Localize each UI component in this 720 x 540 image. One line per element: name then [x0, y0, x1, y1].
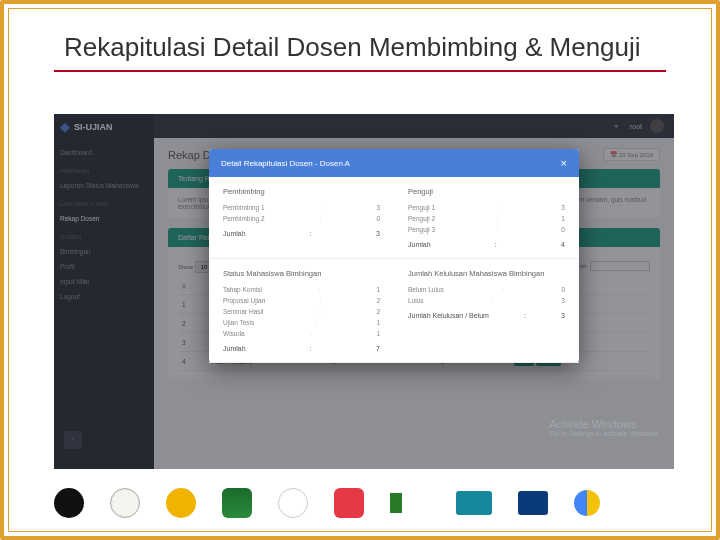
- stat-line: Penguji 2:1: [408, 213, 565, 224]
- status-total-label: Jumlah: [223, 345, 246, 352]
- stat-line: Penguji 1:3: [408, 202, 565, 213]
- status-total: 7: [376, 345, 380, 352]
- stat-line: Seminar Hasil:2: [223, 306, 380, 317]
- partner-logo: [334, 488, 364, 518]
- logo-strip: [54, 484, 666, 522]
- partner-logo: [574, 490, 600, 516]
- penguji-section: Penguji Penguji 1:3Penguji 2:1Penguji 3:…: [394, 177, 579, 258]
- pembimbing-section: Pembimbing Pembimbing 1:3Pembimbing 2:0 …: [209, 177, 394, 258]
- pembimbing-total-label: Jumlah: [223, 230, 246, 237]
- partner-logo: [54, 488, 84, 518]
- stat-line: Wisuda:1: [223, 328, 380, 339]
- lulus-total: 3: [561, 312, 565, 319]
- stat-line: Ujian Tesis:1: [223, 317, 380, 328]
- pembimbing-title: Pembimbing: [223, 187, 380, 196]
- penguji-total-label: Jumlah: [408, 241, 431, 248]
- lulus-total-label: Jumlah Kelulusan / Belum: [408, 312, 489, 319]
- close-icon[interactable]: ×: [561, 157, 567, 169]
- partner-logo: [456, 491, 492, 515]
- pembimbing-total: 3: [376, 230, 380, 237]
- penguji-title: Penguji: [408, 187, 565, 196]
- modal-header: Detail Rekapitulasi Dosen - Dosen A ×: [209, 149, 579, 177]
- modal-title: Detail Rekapitulasi Dosen - Dosen A: [221, 159, 350, 168]
- partner-logo: [222, 488, 252, 518]
- slide-title: Rekapitulasi Detail Dosen Membimbing & M…: [64, 32, 641, 63]
- status-title: Status Mahasiswa Bimbingan: [223, 269, 380, 278]
- stat-line: Pembimbing 2:0: [223, 213, 380, 224]
- partner-logo: [278, 488, 308, 518]
- lulus-title: Jumlah Kelulusan Mahasiswa Bimbingan: [408, 269, 565, 278]
- stat-line: Lulus:3: [408, 295, 565, 306]
- title-underline: [54, 70, 666, 72]
- partner-logo: [390, 493, 430, 513]
- stat-line: Belum Lulus:0: [408, 284, 565, 295]
- detail-modal: Detail Rekapitulasi Dosen - Dosen A × Pe…: [209, 149, 579, 363]
- status-section: Status Mahasiswa Bimbingan Tahap Komisi:…: [209, 259, 394, 362]
- partner-logo: [166, 488, 196, 518]
- stat-line: Tahap Komisi:1: [223, 284, 380, 295]
- app-window: SI-UJIAN Dashboard PIMPINAN Laporan Stat…: [54, 114, 674, 469]
- stat-line: Proposal Ujian:2: [223, 295, 380, 306]
- lulus-section: Jumlah Kelulusan Mahasiswa Bimbingan Bel…: [394, 259, 579, 362]
- stat-line: Penguji 3:0: [408, 224, 565, 235]
- partner-logo: [110, 488, 140, 518]
- partner-logo: [518, 491, 548, 515]
- stat-line: Pembimbing 1:3: [223, 202, 380, 213]
- penguji-total: 4: [561, 241, 565, 248]
